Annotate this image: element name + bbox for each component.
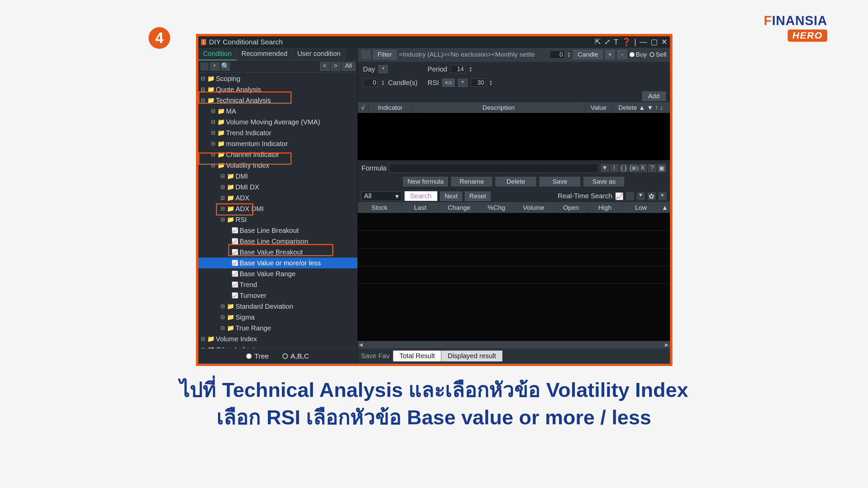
col-volume[interactable]: Volume — [514, 203, 554, 213]
tree-adx[interactable]: ⊟📁ADX — [198, 192, 357, 203]
candles-spinner[interactable]: ▲▼ — [381, 80, 385, 86]
spinner-icon[interactable]: ▲▼ — [567, 52, 571, 58]
tab-displayed-result[interactable]: Displayed result — [441, 350, 502, 362]
tree-rsi-baseline-comparison[interactable]: 📈Base Line Comparison — [198, 236, 357, 247]
tree-std-deviation[interactable]: ⊟📁Standard Deviation — [198, 301, 357, 312]
horizontal-scrollbar[interactable]: ◀ ▶ — [358, 341, 670, 348]
delete-button[interactable]: Delete — [495, 177, 536, 186]
tab-total-result[interactable]: Total Result — [393, 350, 441, 362]
tree-quote-analysis[interactable]: ⊟📁Quote Analysis — [198, 84, 357, 95]
search-icon[interactable]: 🔍 — [221, 62, 230, 71]
tab-condition[interactable]: Condition — [198, 48, 237, 60]
tree-technical-analysis[interactable]: ⊟📁Technical Analysis — [198, 95, 357, 106]
minimize-icon[interactable]: — — [640, 38, 647, 46]
formula-dropdown-icon[interactable]: ▼ — [601, 164, 609, 172]
tree-rsi[interactable]: ⊟📁RSI — [198, 214, 357, 225]
tree-volatility-index[interactable]: ⊟📁Volatility Index — [198, 160, 357, 171]
tree-rsi-basevalue-breakout[interactable]: 📈Base Value Breakout — [198, 247, 357, 258]
reset-button[interactable]: Reset — [465, 191, 491, 201]
col-scroll[interactable]: ▲ — [660, 203, 670, 213]
col-last[interactable]: Last — [402, 203, 439, 213]
tree-ma[interactable]: ⊟📁MA — [198, 106, 357, 117]
add-button[interactable]: Add — [642, 92, 666, 101]
radio-sell[interactable]: Sell — [650, 51, 667, 58]
formula-not-icon[interactable]: ! — [610, 164, 618, 172]
period-input[interactable] — [451, 65, 466, 73]
formula-input[interactable] — [389, 163, 598, 173]
col-change[interactable]: Change — [439, 203, 480, 213]
radio-buy[interactable]: Buy — [630, 51, 647, 58]
tree-channel-indicator[interactable]: ⊟📁Channel Indicator — [198, 149, 357, 160]
day-dropdown[interactable]: ▾ — [378, 65, 388, 73]
candle-select[interactable]: Candle — [573, 50, 603, 59]
tree-adxdmi[interactable]: ⊟📁ADX DMI — [198, 203, 357, 214]
realtime-chart-icon[interactable]: 📈 — [615, 192, 623, 200]
col-low[interactable]: Low — [622, 203, 660, 213]
help-icon[interactable]: ❓ — [622, 38, 631, 46]
col-pchg[interactable]: %Chg — [480, 203, 514, 213]
period-spinner[interactable]: ▲▼ — [469, 66, 472, 72]
minus-button[interactable]: - — [617, 50, 627, 59]
tree-rsi-basevalue-range[interactable]: 📈Base Value Range — [198, 268, 357, 279]
new-formula-button[interactable]: New formula — [403, 177, 448, 186]
search-button[interactable]: Search — [405, 191, 437, 201]
save-button[interactable]: Save — [539, 177, 580, 186]
formula-group-icon[interactable]: (⊗) — [629, 164, 637, 172]
candles-input[interactable] — [363, 79, 378, 87]
tree-trend-indicator[interactable]: ⊟📁Trend Indicator — [198, 127, 357, 138]
tab-recommended[interactable]: Recommended — [237, 48, 293, 60]
formula-paren-icon[interactable]: ( ) — [620, 164, 628, 172]
expand-icon[interactable]: ⤢ — [604, 38, 610, 46]
rsi-op-dropdown[interactable]: ▾ — [458, 79, 468, 87]
scroll-right-icon[interactable]: ▶ — [665, 342, 669, 347]
col-value[interactable]: Value — [585, 103, 612, 113]
tab-user-condition[interactable]: User condition — [293, 48, 346, 60]
col-indicator[interactable]: Indicator — [369, 103, 413, 113]
radio-abc[interactable]: A,B,C — [282, 352, 309, 360]
radio-tree[interactable]: Tree — [246, 352, 269, 360]
close-icon[interactable]: ✕ — [661, 38, 667, 46]
tree-rsi-trend[interactable]: 📈Trend — [198, 279, 357, 290]
col-open[interactable]: Open — [554, 203, 588, 213]
tree-rsi-baseline-breakout[interactable]: 📈Base Line Breakout — [198, 225, 357, 236]
save-fav-button[interactable]: Save Fav — [361, 352, 390, 360]
tree-vma[interactable]: ⊟📁Volume Moving Average (VMA) — [198, 117, 357, 127]
plus-button[interactable]: + — [605, 50, 615, 59]
col-high[interactable]: High — [588, 203, 622, 213]
tree-sigma[interactable]: ⊟📁Sigma — [198, 312, 357, 323]
scroll-left-icon[interactable]: ◀ — [359, 342, 363, 347]
formula-expand-icon[interactable]: ▣ — [658, 164, 666, 172]
col-description[interactable]: Description — [413, 103, 585, 113]
rsi-operator[interactable]: <= — [442, 79, 454, 87]
save-as-button[interactable]: Save as — [584, 177, 624, 186]
nav-prev[interactable]: < — [320, 62, 330, 71]
scope-select[interactable]: All▾ — [361, 191, 402, 201]
tree-true-range[interactable]: ⊟📁True Range — [198, 323, 357, 333]
toolbar-slot[interactable] — [200, 62, 209, 70]
sort-icon[interactable]: ▲ — [658, 192, 667, 200]
nav-next[interactable]: > — [331, 62, 340, 71]
formula-help-icon[interactable]: ? — [648, 164, 656, 172]
filter-button[interactable]: Filter — [373, 50, 396, 59]
rsi-value-input[interactable] — [471, 79, 486, 87]
col-stock[interactable]: Stock — [358, 203, 402, 213]
tree-volume-index[interactable]: ⊟📁Volume Index — [198, 333, 357, 344]
realtime-window-icon[interactable] — [626, 192, 634, 200]
filter-icon[interactable] — [361, 50, 371, 59]
popout-icon[interactable]: ⇱ — [595, 38, 601, 46]
tree-momentum-indicator[interactable]: ⊟📁momentum Indicator — [198, 138, 357, 149]
next-button[interactable]: Next — [440, 191, 462, 201]
tree-dmidx[interactable]: ⊟📁DMI DX — [198, 182, 357, 192]
tree-other-indicators[interactable]: ⊟📁Other Indicators — [198, 344, 357, 348]
tree-dmi[interactable]: ⊟📁DMI — [198, 171, 357, 182]
filter-number[interactable] — [550, 50, 565, 59]
rsi-spinner[interactable]: ▲▼ — [489, 80, 493, 86]
realtime-down-icon[interactable]: ▼ — [637, 192, 645, 200]
settings-icon[interactable]: ✿ — [648, 192, 656, 200]
tree-rsi-basevalue-more-less[interactable]: 📈Base Value or more/or less — [198, 258, 357, 268]
rename-button[interactable]: Rename — [451, 177, 492, 186]
maximize-icon[interactable]: ▢ — [651, 38, 658, 46]
tree-scoping[interactable]: ⊟📁Scoping — [198, 73, 357, 84]
formula-clear-icon[interactable]: X — [639, 164, 647, 172]
toolbar-dropdown[interactable]: ▾ — [210, 62, 219, 70]
